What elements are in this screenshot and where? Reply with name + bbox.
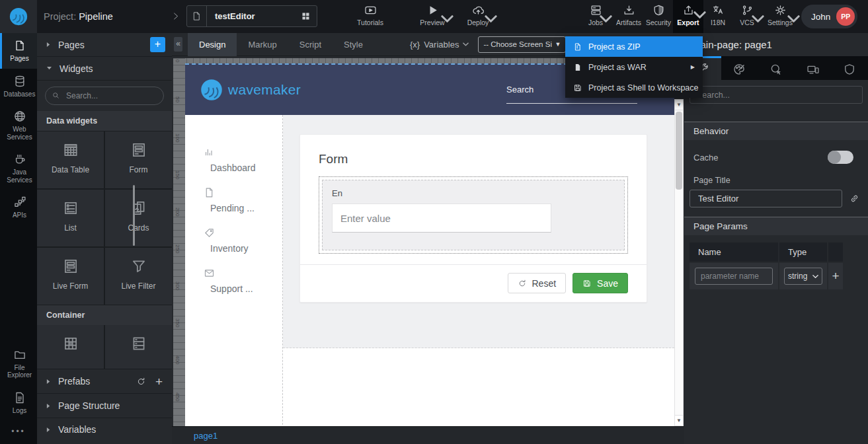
widget-live-filter[interactable]: Live Filter	[105, 248, 172, 305]
menu-item-project-as-zip[interactable]: Project as ZIP	[565, 36, 703, 57]
form-widget-card[interactable]: Form En Reset	[299, 134, 647, 303]
tab-style[interactable]: Style	[333, 33, 374, 56]
grid-icon[interactable]	[294, 6, 317, 26]
app-nav-support[interactable]: Support ...	[185, 268, 282, 294]
widget-grid-layout[interactable]	[37, 325, 104, 369]
widget-accordion[interactable]	[105, 325, 172, 369]
section-variables[interactable]: Variables	[37, 418, 172, 444]
rail-item-pages[interactable]: Pages	[0, 33, 37, 69]
section-page-params: Page Params	[684, 217, 868, 235]
app-brand[interactable]: wavemaker	[200, 78, 301, 102]
scroll-down-button[interactable]: ▼	[675, 415, 683, 426]
menu-item-project-as-war[interactable]: Project as WAR ▶	[565, 57, 703, 77]
tab-events[interactable]	[758, 56, 795, 80]
rail-item-apis[interactable]: APIs	[0, 190, 37, 225]
preview-button[interactable]: Preview	[414, 4, 451, 26]
app-nav-inventory[interactable]: Inventory	[185, 227, 282, 254]
app-nav-pending[interactable]: Pending ...	[185, 187, 282, 213]
i18n-label: I18N	[711, 18, 725, 26]
rail-item-logs[interactable]: Logs	[0, 385, 37, 421]
editor-tab-testeditor[interactable]: testEditor	[186, 5, 317, 27]
more-icon[interactable]: •••	[0, 420, 37, 444]
widgets-panel: Pages + Widgets Data widgets Data Table …	[37, 33, 172, 444]
properties-tabs	[684, 56, 868, 80]
wavemaker-logo[interactable]	[0, 0, 37, 33]
tab-script[interactable]: Script	[288, 33, 333, 56]
reset-button[interactable]: Reset	[508, 273, 567, 293]
cache-row: Cache	[684, 140, 868, 164]
widget-form[interactable]: Form	[105, 131, 172, 188]
tab-markup[interactable]: Markup	[237, 33, 288, 56]
refresh-icon	[518, 279, 527, 288]
scroll-up-button[interactable]: ▼	[675, 100, 683, 110]
rail-item-java-services[interactable]: Java Services	[0, 147, 37, 190]
screen-size-select[interactable]: -- Choose Screen Size -- ▼	[478, 36, 566, 53]
tab-security[interactable]	[831, 56, 868, 80]
export-button[interactable]: Export	[673, 0, 703, 33]
save-button[interactable]: Save	[572, 273, 628, 293]
tutorials-label: Tutorials	[357, 18, 383, 26]
app-search-underline[interactable]	[506, 103, 637, 104]
war-file-icon	[573, 63, 582, 72]
artifacts-button[interactable]: Artifacts	[612, 4, 645, 26]
cache-toggle[interactable]	[828, 151, 853, 164]
tab-devices[interactable]	[795, 56, 832, 80]
tag-icon	[204, 227, 215, 239]
page-content-region: Form En Reset	[283, 115, 674, 348]
menu-item-label: Project as WAR	[588, 63, 647, 72]
add-prefab-button[interactable]: +	[155, 377, 163, 387]
widget-live-form[interactable]: Live Form	[37, 248, 104, 305]
settings-button[interactable]: Settings	[763, 4, 797, 26]
rail-item-file-explorer[interactable]: File Explorer	[0, 342, 37, 385]
i18n-button[interactable]: I18N	[705, 4, 731, 26]
database-icon	[13, 75, 26, 88]
app-nav-dashboard[interactable]: Dashboard	[185, 147, 282, 173]
jobs-button[interactable]: Jobs	[582, 4, 610, 26]
user-menu[interactable]: John PP	[801, 5, 857, 28]
chevron-down-icon[interactable]	[787, 13, 800, 25]
breadcrumb-chevron-icon	[171, 11, 180, 21]
page-title-input[interactable]	[690, 190, 842, 207]
devices-icon	[807, 63, 820, 76]
widget-list[interactable]: List	[37, 190, 104, 246]
form-field-selection[interactable]: En	[319, 176, 628, 254]
param-type-select[interactable]: string	[784, 268, 822, 285]
add-page-button[interactable]: +	[150, 37, 165, 52]
cache-label: Cache	[693, 153, 719, 163]
variables-button[interactable]: {x} Variables	[410, 40, 469, 50]
chevron-down-icon[interactable]	[441, 13, 454, 25]
scrollbar-thumb[interactable]	[676, 112, 682, 190]
tutorials-button[interactable]: Tutorials	[353, 4, 387, 26]
vcs-button[interactable]: VCS	[732, 4, 762, 26]
cursor-click-icon	[769, 63, 783, 76]
section-widgets[interactable]: Widgets	[37, 57, 172, 81]
widget-cards[interactable]: Cards	[105, 190, 172, 246]
section-page-structure[interactable]: Page Structure	[37, 393, 172, 418]
collapse-panel-button[interactable]: «	[174, 37, 182, 52]
param-name-input[interactable]	[695, 268, 773, 285]
security-button[interactable]: Security	[643, 4, 674, 26]
section-pages[interactable]: Pages +	[37, 33, 172, 57]
add-param-button[interactable]: +	[832, 269, 839, 283]
deploy-button[interactable]: Deploy	[461, 4, 494, 26]
menu-item-project-as-shell[interactable]: Project as Shell to Workspace	[565, 77, 703, 98]
widget-search-input[interactable]	[45, 87, 164, 105]
tab-styles[interactable]	[721, 56, 758, 80]
rail-item-web-services[interactable]: Web Services	[0, 104, 37, 147]
page-tab-page1[interactable]: page1	[194, 431, 217, 441]
widget-label: List	[64, 223, 77, 233]
chevron-down-icon[interactable]	[600, 13, 612, 25]
refresh-icon[interactable]	[136, 377, 146, 387]
chevron-down-icon[interactable]	[485, 13, 497, 25]
widget-data-table[interactable]: Data Table	[37, 131, 104, 188]
section-prefabs[interactable]: Prefabs +	[37, 369, 172, 393]
app-nav-label: Dashboard	[210, 163, 282, 173]
form-text-input[interactable]	[332, 204, 551, 233]
canvas-scrollbar[interactable]: ▼ ▼	[674, 99, 684, 426]
link-icon[interactable]	[849, 193, 860, 204]
tab-design[interactable]: Design	[188, 33, 237, 56]
rail-item-databases[interactable]: Databases	[0, 69, 37, 104]
ruler-tick: 200	[173, 206, 180, 243]
panel-scrollbar-thumb[interactable]	[133, 185, 135, 246]
property-search-input[interactable]	[690, 86, 863, 104]
